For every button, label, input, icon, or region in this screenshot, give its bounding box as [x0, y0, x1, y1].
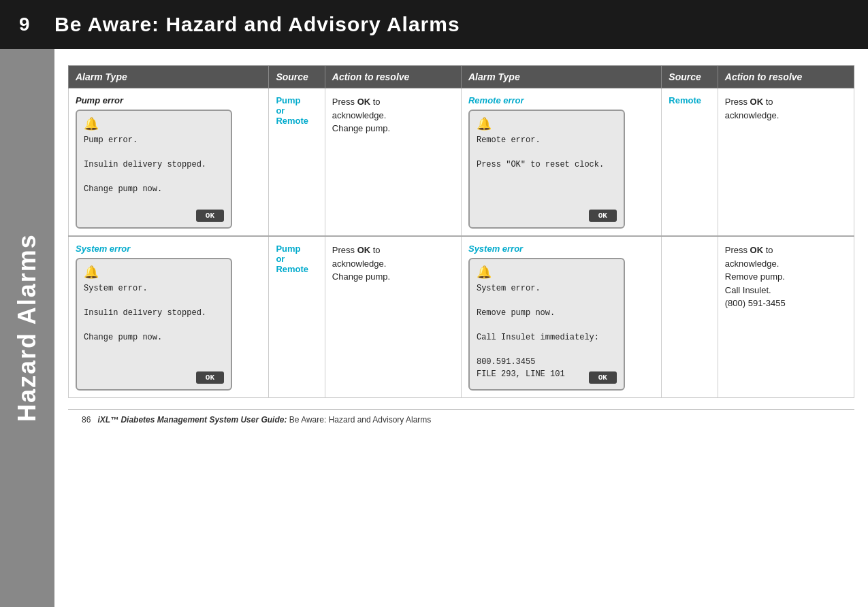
ok-word: OK	[357, 97, 371, 107]
ok-word-3: OK	[357, 245, 371, 255]
page-body: Hazard Alarms Alarm Type Source Action t…	[0, 49, 868, 607]
alarm-label-system-left: System error	[76, 244, 261, 254]
screen-text-remote-error: Remote error. Press "OK" to reset clock.	[477, 134, 617, 171]
main-content: Alarm Type Source Action to resolve Alar…	[54, 49, 868, 607]
alarm-icon-system-left: 🔔	[84, 265, 224, 280]
screen-text-system-right: System error. Remove pump now. Call Insu…	[477, 282, 617, 380]
col-header-alarm-type-right: Alarm Type	[461, 66, 661, 88]
action-text-pump-error: Press OK toacknowledge.Change pump.	[332, 95, 454, 135]
footer-product: iXL™ Diabetes Management System User Gui…	[97, 415, 287, 425]
alarm-type-cell-system-error-right: System error 🔔 System error. Remove pump…	[461, 236, 661, 398]
col-header-action-right: Action to resolve	[718, 66, 854, 88]
action-text-system-right: Press OK toacknowledge.Remove pump.Call …	[725, 244, 847, 310]
side-tab-label: Hazard Alarms	[0, 49, 54, 607]
footer-page-number: 86	[82, 415, 91, 425]
alarm-label-system-right: System error	[468, 244, 654, 254]
alarm-table: Alarm Type Source Action to resolve Alar…	[68, 65, 854, 398]
action-cell-system-left: Press OK toacknowledge.Change pump.	[325, 236, 461, 398]
alarm-label-remote-error: Remote error	[468, 95, 654, 105]
action-text-system-left: Press OK toacknowledge.Change pump.	[332, 244, 454, 284]
device-screen-system-right: 🔔 System error. Remove pump now. Call In…	[468, 258, 625, 391]
page-footer: 86 iXL™ Diabetes Management System User …	[68, 409, 854, 430]
alarm-icon-pump: 🔔	[84, 116, 224, 131]
action-cell-pump-error: Press OK toacknowledge.Change pump.	[325, 88, 461, 237]
ok-word-4: OK	[750, 245, 764, 255]
table-header-row: Alarm Type Source Action to resolve Alar…	[69, 66, 854, 88]
page-header: 9 Be Aware: Hazard and Advisory Alarms	[0, 0, 868, 49]
device-screen-system-left: 🔔 System error. Insulin delivery stopped…	[76, 258, 232, 391]
col-header-source-right: Source	[662, 66, 718, 88]
ok-button-system-right: OK	[589, 371, 617, 384]
source-cell-system-left: PumporRemote	[269, 236, 325, 398]
chapter-number: 9	[0, 14, 54, 35]
footer-section: Be Aware: Hazard and Advisory Alarms	[289, 415, 432, 425]
action-cell-system-right: Press OK toacknowledge.Remove pump.Call …	[718, 236, 854, 398]
device-screen-remote-error: 🔔 Remote error. Press "OK" to reset cloc…	[468, 110, 625, 229]
alarm-icon-system-right: 🔔	[477, 265, 617, 280]
table-row: Pump error 🔔 Pump error. Insulin deliver…	[69, 88, 854, 237]
source-cell-pump-error: PumporRemote	[269, 88, 325, 237]
action-text-remote-error: Press OK toacknowledge.	[725, 95, 847, 122]
ok-button-remote-error: OK	[589, 210, 617, 222]
col-header-source-left: Source	[269, 66, 325, 88]
screen-text-system-left: System error. Insulin delivery stopped. …	[84, 282, 224, 344]
source-cell-remote-error: Remote	[662, 88, 718, 237]
col-header-action-left: Action to resolve	[325, 66, 461, 88]
source-cell-system-right	[662, 236, 718, 398]
alarm-type-cell-pump-error: Pump error 🔔 Pump error. Insulin deliver…	[69, 88, 269, 237]
ok-word-2: OK	[750, 97, 764, 107]
ok-button-system-left: OK	[196, 371, 224, 384]
ok-button-pump-error: OK	[196, 210, 224, 222]
source-label-system-left: PumporRemote	[276, 244, 308, 274]
alarm-icon-remote: 🔔	[477, 116, 617, 131]
screen-text-pump-error: Pump error. Insulin delivery stopped. Ch…	[84, 134, 224, 195]
source-label-remote-error: Remote	[669, 95, 701, 105]
device-screen-pump-error: 🔔 Pump error. Insulin delivery stopped. …	[76, 110, 232, 229]
action-cell-remote-error: Press OK toacknowledge.	[718, 88, 854, 237]
source-label-pump-error: PumporRemote	[276, 95, 308, 126]
alarm-label-pump-error: Pump error	[76, 95, 261, 105]
alarm-type-cell-remote-error: Remote error 🔔 Remote error. Press "OK" …	[461, 88, 661, 237]
chapter-title: Be Aware: Hazard and Advisory Alarms	[54, 13, 460, 36]
col-header-alarm-type-left: Alarm Type	[69, 66, 269, 88]
table-row-2: System error 🔔 System error. Insulin del…	[69, 236, 854, 398]
alarm-type-cell-system-error-left: System error 🔔 System error. Insulin del…	[69, 236, 269, 398]
